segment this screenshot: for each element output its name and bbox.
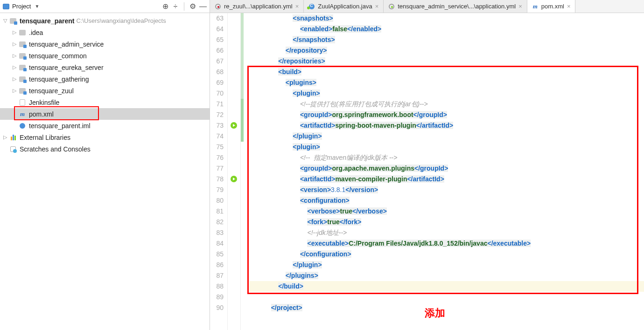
chevron-right-icon[interactable]: ▷: [1, 134, 9, 140]
editor-tabs[interactable]: re_zuul\...\application.yml×ZuulApplicat…: [210, 0, 644, 13]
gutter-icons[interactable]: [228, 13, 241, 330]
tree-item-jenkinsfile[interactable]: ▷Jenkinsfile: [0, 96, 210, 108]
code-line[interactable]: </repository>: [249, 45, 644, 56]
gear-icon[interactable]: ⚙: [189, 3, 196, 10]
code-line[interactable]: <fork>true</fork>: [249, 217, 644, 227]
code-line[interactable]: <plugin>: [249, 88, 644, 99]
code-line[interactable]: <executable>C:/Program Files/Java/jdk1.8…: [249, 238, 644, 249]
line-number[interactable]: 63: [210, 13, 224, 24]
chevron-right-icon[interactable]: ▷: [10, 41, 19, 47]
tree-item-tensquare-gathering[interactable]: ▷tensquare_gathering: [0, 73, 210, 85]
tree-item-tensquare-common[interactable]: ▷tensquare_common: [0, 50, 210, 62]
chevron-right-icon[interactable]: ▷: [10, 29, 19, 35]
tree-item-tensquare-zuul[interactable]: ▷tensquare_zuul: [0, 85, 210, 96]
code-line[interactable]: <!--提供打包(将应用打包成可执行的jar包)-->: [249, 99, 644, 110]
code-line[interactable]: <enabled>false</enabled>: [249, 24, 644, 34]
code-line[interactable]: <!-- 指定maven编译的jdk版本 -->: [249, 152, 644, 163]
code-line[interactable]: <build>: [249, 67, 644, 77]
tree-item-pom-xml[interactable]: ▷mpom.xml: [0, 108, 210, 120]
code-line[interactable]: </build>: [249, 281, 644, 292]
tree-item-tensquare-parent-iml[interactable]: ▷tensquare_parent.iml: [0, 120, 210, 131]
line-number-gutter[interactable]: 6364656667686970717273747576777879808182…: [210, 13, 228, 330]
project-title[interactable]: Project: [12, 3, 31, 10]
chevron-right-icon[interactable]: ▷: [10, 64, 19, 70]
line-number[interactable]: 64: [210, 24, 224, 34]
line-number[interactable]: 82: [210, 217, 224, 227]
collapse-icon[interactable]: ÷: [172, 3, 179, 10]
close-icon[interactable]: ×: [295, 3, 299, 10]
tab-pom-xml[interactable]: mpom.xml×: [527, 0, 576, 13]
locate-icon[interactable]: ⊕: [161, 3, 169, 10]
line-number[interactable]: 69: [210, 77, 224, 88]
code-line[interactable]: </plugin>: [249, 131, 644, 142]
tab-tensquare-admin-service-application-yml[interactable]: tensquare_admin_service\...\application.…: [384, 0, 527, 13]
code-line[interactable]: </configuration>: [249, 249, 644, 260]
code-line[interactable]: </plugin>: [249, 260, 644, 270]
chevron-down-icon[interactable]: ▽: [1, 18, 9, 24]
line-number[interactable]: 68: [210, 67, 224, 77]
line-number[interactable]: 86: [210, 260, 224, 270]
code-line[interactable]: <artifactId>maven-compiler-plugin</artif…: [249, 174, 644, 185]
chevron-right-icon[interactable]: ▷: [10, 88, 19, 94]
chevron-down-icon[interactable]: ▼: [35, 4, 39, 9]
line-number[interactable]: 74: [210, 131, 224, 142]
line-number[interactable]: 84: [210, 238, 224, 249]
line-number[interactable]: 87: [210, 270, 224, 281]
tree-item--idea[interactable]: ▷.idea: [0, 27, 210, 38]
code-line[interactable]: <configuration>: [249, 195, 644, 206]
run-gutter-icon[interactable]: [231, 122, 237, 129]
scratches-consoles[interactable]: ▷ Scratches and Consoles: [0, 143, 210, 155]
code-line[interactable]: <groupId>org.apache.maven.plugins</group…: [249, 163, 644, 174]
fold-strip[interactable]: [241, 13, 247, 330]
tab-zuulapplication-java[interactable]: ZuulApplication.java×: [304, 0, 384, 13]
close-icon[interactable]: ×: [518, 3, 522, 10]
line-number[interactable]: 88: [210, 281, 224, 292]
code-line[interactable]: <!--jdk地址-->: [249, 227, 644, 238]
code-line[interactable]: <plugin>: [249, 142, 644, 152]
line-number[interactable]: 65: [210, 34, 224, 45]
code-line[interactable]: </repositories>: [249, 56, 644, 67]
line-number[interactable]: 75: [210, 142, 224, 152]
code-line[interactable]: </snapshots>: [249, 34, 644, 45]
line-number[interactable]: 72: [210, 110, 224, 120]
line-number[interactable]: 71: [210, 99, 224, 110]
code-line[interactable]: <artifactId>spring-boot-maven-plugin</ar…: [249, 120, 644, 131]
project-tree[interactable]: ▽ tensquare_parent C:\Users\wangxiang\Id…: [0, 13, 210, 157]
line-number[interactable]: 77: [210, 163, 224, 174]
code-line[interactable]: </project>: [249, 302, 644, 313]
line-number[interactable]: 89: [210, 292, 224, 302]
code-content[interactable]: 添加 <snapshots> <enabled>false</enabled> …: [247, 13, 644, 330]
chevron-right-icon[interactable]: ▷: [10, 76, 19, 82]
close-icon[interactable]: ×: [375, 3, 379, 10]
line-number[interactable]: 67: [210, 56, 224, 67]
code-line[interactable]: <snapshots>: [249, 13, 644, 24]
code-line[interactable]: [249, 292, 644, 302]
line-number[interactable]: 73: [210, 120, 224, 131]
code-line[interactable]: <groupId>org.springframework.boot</group…: [249, 110, 644, 120]
line-number[interactable]: 66: [210, 45, 224, 56]
code-line[interactable]: <version>3.8.1</version>: [249, 185, 644, 195]
tab-re-zuul-application-yml[interactable]: re_zuul\...\application.yml×: [210, 0, 304, 13]
line-number[interactable]: 76: [210, 152, 224, 163]
hide-icon[interactable]: —: [199, 3, 207, 10]
line-number[interactable]: 78: [210, 174, 224, 185]
tree-item-tensquare-admin-service[interactable]: ▷tensquare_admin_service: [0, 38, 210, 50]
tree-root[interactable]: ▽ tensquare_parent C:\Users\wangxiang\Id…: [0, 15, 210, 27]
line-number[interactable]: 83: [210, 227, 224, 238]
line-number[interactable]: 90: [210, 302, 224, 313]
line-number[interactable]: 79: [210, 185, 224, 195]
code-line[interactable]: </plugins>: [249, 270, 644, 281]
chevron-right-icon[interactable]: ▷: [10, 53, 19, 59]
line-number[interactable]: 80: [210, 195, 224, 206]
external-libraries[interactable]: ▷ External Libraries: [0, 131, 210, 143]
code-line[interactable]: <verbose>true</verbose>: [249, 206, 644, 217]
code-editor[interactable]: 6364656667686970717273747576777879808182…: [210, 13, 644, 330]
line-number[interactable]: 85: [210, 249, 224, 260]
module-folder-icon: [19, 88, 26, 94]
line-number[interactable]: 81: [210, 206, 224, 217]
close-icon[interactable]: ×: [567, 3, 571, 10]
line-number[interactable]: 70: [210, 88, 224, 99]
code-line[interactable]: <plugins>: [249, 77, 644, 88]
tree-item-tensquare-eureka-server[interactable]: ▷tensquare_eureka_server: [0, 62, 210, 73]
run-gutter-icon[interactable]: [231, 176, 237, 182]
